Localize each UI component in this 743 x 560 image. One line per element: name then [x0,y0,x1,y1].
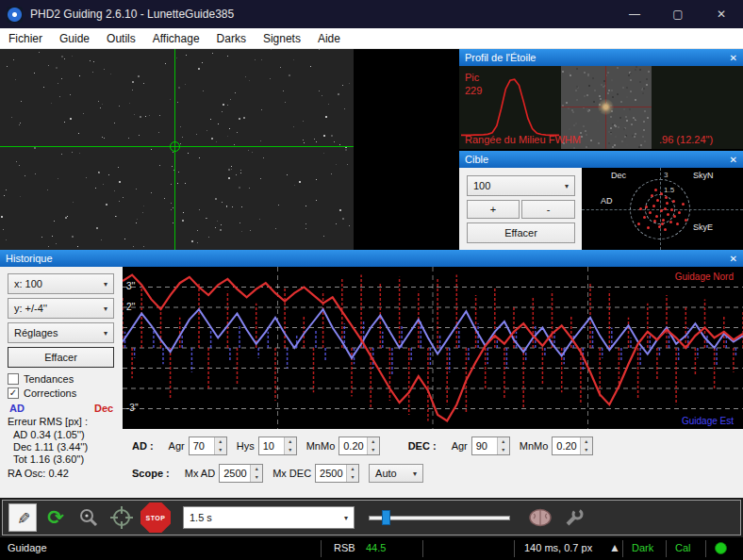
spin-down-icon[interactable]: ▾ [285,446,296,454]
y-scale-dropdown[interactable]: y: +/-4'' ▾ [8,298,114,319]
target-zoom-in-button[interactable]: + [467,200,520,219]
statusbar-divider [514,540,515,557]
guide-state-text: Guidage [8,542,47,553]
menu-affichage[interactable]: Affichage [144,28,208,48]
close-icon[interactable]: ✕ [730,254,737,264]
stop-button[interactable]: STOP [140,502,171,533]
checkbox-box[interactable] [8,373,19,385]
spin-up-icon[interactable]: ▴ [215,437,226,446]
maximize-button[interactable]: ▢ [656,0,700,28]
ra-aggression-spinner[interactable]: 70 ▴▾ [189,436,227,455]
exposure-dropdown[interactable]: 1.5 s ▾ [183,506,355,529]
ra-hysteresis-spinner[interactable]: 10 ▴▾ [258,436,297,455]
ra-minmove-spinner[interactable]: 0.20 ▴▾ [338,436,379,455]
menu-darks[interactable]: Darks [208,28,255,48]
slider-thumb[interactable] [382,510,390,525]
statusbar-divider [321,540,322,557]
dec-guide-mode-dropdown[interactable]: Auto ▾ [369,464,423,483]
legend-guide-north: Guidage Nord [675,272,734,282]
target-zoom-out-button[interactable]: - [521,200,575,219]
loop-exposures-button[interactable]: ⟳ [41,503,70,532]
spinner-buttons[interactable]: ▴▾ [580,437,592,454]
spin-up-icon[interactable]: ▴ [347,465,358,473]
window-titlebar: PHD2 Guiding 2.6.10 - LunetteGuide385 — … [0,0,743,28]
corrections-checkbox[interactable]: ✓ Corrections [8,387,76,399]
menu-aide[interactable]: Aide [309,28,349,48]
x-scale-value: x: 100 [14,278,42,289]
star-profile-titlebar[interactable]: Profil de l'Étoile ✕ [459,49,743,66]
minimize-button[interactable]: — [613,0,656,28]
trends-checkbox[interactable]: Tendances [8,373,74,385]
spinner-buttons[interactable]: ▴▾ [284,437,296,454]
snr-value: 44.5 [366,542,386,553]
ring-label-outer: 3 [664,171,668,179]
stop-icon: STOP [146,515,166,521]
connect-equipment-button[interactable]: ✎ [8,503,37,532]
spinner-buttons[interactable]: ▴▾ [497,437,509,454]
dec-aggression-spinner[interactable]: 90 ▴▾ [471,436,510,455]
history-controls-left: x: 100 ▾ y: +/-4'' ▾ Réglages ▾ Effacer … [0,267,123,498]
ra-section-label: AD : [132,440,154,452]
spin-up-icon[interactable]: ▴ [285,437,296,446]
history-titlebar[interactable]: Historique ✕ [0,250,743,267]
spin-down-icon[interactable]: ▾ [347,473,358,482]
fwhm-value: .96 (12.24") [659,134,713,145]
x-scale-dropdown[interactable]: x: 100 ▾ [8,273,114,294]
dec-series-label: Dec [94,403,113,414]
guide-button[interactable] [107,503,136,532]
settings-dropdown[interactable]: Réglages ▾ [8,322,114,343]
camera-settings-button[interactable] [559,503,587,532]
close-icon[interactable]: ✕ [730,155,737,165]
spinner-buttons[interactable]: ▴▾ [346,465,358,482]
history-clear-button[interactable]: Effacer [8,347,114,368]
ra-hysteresis-label: Hys [237,440,255,452]
skyn-label: SkyN [693,171,714,180]
statusbar-divider [705,540,706,557]
chevron-down-icon: ▾ [104,305,107,313]
target-titlebar[interactable]: Cible ✕ [459,151,743,168]
target-body: 100 ▾ + - Effacer Dec SkyN AD SkyE 1.5 3 [459,168,743,250]
chevron-down-icon: ▾ [104,329,107,338]
checkbox-box[interactable]: ✓ [8,387,19,399]
spin-up-icon[interactable]: ▴ [251,465,262,473]
spin-down-icon[interactable]: ▾ [251,473,262,482]
arrow-up-icon: ▲ [609,541,620,554]
chevron-down-icon: ▾ [104,280,107,288]
spin-down-icon[interactable]: ▾ [581,446,592,454]
star-profile-body: Pic 229 Rangée du Milieu FWHM .96 (12.24… [459,66,743,149]
max-ra-spinner[interactable]: 2500 ▴▾ [219,464,263,483]
ring-label-inner: 1.5 [664,186,674,194]
max-dec-spinner[interactable]: 2500 ▴▾ [315,464,359,483]
dec-minmove-spinner[interactable]: 0.20 ▴▾ [552,436,592,455]
menu-signets[interactable]: Signets [255,28,309,48]
camera-frame[interactable] [0,49,354,250]
spin-up-icon[interactable]: ▴ [581,437,592,446]
rms-header: Erreur RMS [px] : [8,416,88,427]
auto-select-star-button[interactable] [74,503,103,532]
target-clear-button[interactable]: Effacer [467,222,575,243]
gamma-slider[interactable] [369,506,510,529]
spin-up-icon[interactable]: ▴ [368,437,379,446]
dec-axis-label: Dec [611,171,626,180]
rms-total: Tot 1.16 (3.60'') [13,453,84,465]
menu-guide[interactable]: Guide [51,28,98,48]
exposure-value: 1.5 s [190,512,212,523]
close-icon[interactable]: ✕ [730,53,737,63]
spinner-buttons[interactable]: ▴▾ [214,437,226,454]
toolbar-inner: ✎ ⟳ STOP 1.5 s ▾ [2,500,741,535]
dec-aggression-label: Agr [452,440,468,452]
spinner-buttons[interactable]: ▴▾ [367,437,379,454]
spin-down-icon[interactable]: ▾ [368,446,379,454]
menu-fichier[interactable]: Fichier [0,28,51,48]
auto-select-star-icon [77,506,100,529]
menu-outils[interactable]: Outils [98,28,144,48]
close-button[interactable]: ✕ [700,0,743,28]
advanced-settings-button[interactable] [526,503,554,532]
spin-down-icon[interactable]: ▾ [498,446,509,454]
target-scale-dropdown[interactable]: 100 ▾ [467,175,575,196]
max-ra-value: 2500 [220,465,250,482]
spinner-buttons[interactable]: ▴▾ [250,465,262,482]
spin-down-icon[interactable]: ▾ [215,446,226,454]
spin-up-icon[interactable]: ▴ [498,437,509,446]
history-graph-svg [123,267,743,429]
